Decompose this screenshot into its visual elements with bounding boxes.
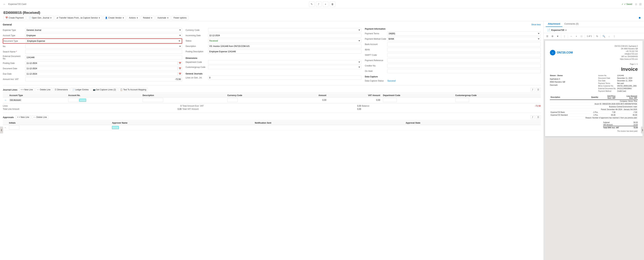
pdf-filename: Expense720 — [551, 29, 564, 31]
no-label: No. — [3, 45, 25, 48]
invoice-line-row-6: Expense720 Standard 1 Pcs. 65.00 65.00 — [550, 114, 638, 117]
transfer-values-button[interactable]: ⇄ Transfer Values From...ta Capture Serv… — [55, 16, 102, 20]
posting-date-picker[interactable]: 📅 — [178, 61, 182, 65]
delete-button[interactable]: 🗑 — [330, 2, 335, 7]
iban-input[interactable] — [387, 48, 541, 52]
lines-settings-button[interactable]: ☷ — [536, 88, 541, 92]
pdf-filter-btn[interactable]: ⚙ — [550, 34, 555, 39]
posting-description-label: Posting Description — [186, 50, 208, 53]
status-select[interactable]: Received — [208, 39, 362, 43]
scroll-edge-left[interactable]: ❮ — [0, 127, 3, 133]
approvals-delete-line-button[interactable]: − - Delete Line — [32, 115, 48, 119]
invoice-price-1: 7.00 — [599, 111, 616, 114]
create-vendor-button[interactable]: 👤 Create Vendor ▼ — [103, 16, 126, 20]
amount-incl-vat-input[interactable] — [25, 77, 182, 81]
show-less-button[interactable]: Show less — [531, 23, 541, 26]
pdf-separator-2 — [568, 35, 568, 38]
pdf-download-btn[interactable]: ↓ — [607, 34, 611, 39]
tab-attachment[interactable]: Attachment — [546, 21, 562, 27]
external-doc-input[interactable] — [25, 55, 182, 60]
expense-type-select[interactable]: General Journal — [25, 28, 182, 32]
description-input[interactable] — [208, 44, 362, 48]
maximize-button[interactable]: ⬜ — [638, 3, 642, 6]
account-type-select[interactable]: Employee — [25, 34, 182, 38]
account-no-input[interactable] — [68, 98, 78, 102]
invoice-bill-to-city: 8960 Randers SØ — [550, 81, 565, 83]
lines-on-gen-jnl-input[interactable] — [208, 76, 362, 80]
data-capture-status-value: Success! — [387, 80, 396, 82]
department-code-select[interactable] — [208, 60, 362, 64]
row-description-input[interactable] — [142, 98, 163, 102]
approvals-initials-cell — [8, 125, 110, 130]
no-select[interactable] — [25, 44, 182, 49]
payment-method-select[interactable]: BANK — [387, 37, 541, 41]
invoice-bc-text: Business Central Environment: main — [550, 105, 638, 108]
currency-code-select[interactable] — [208, 28, 362, 32]
open-gen-journal-button[interactable]: 📄 Open Gen. Journal ▼ — [27, 16, 54, 20]
row-cg-input[interactable] — [455, 98, 469, 102]
pdf-zoom-in-btn[interactable]: + — [574, 34, 578, 39]
breadcrumb: Expense720 Card — [8, 3, 26, 5]
creditor-no-label: Creditor No. — [365, 65, 387, 67]
add-button[interactable]: + — [323, 2, 328, 7]
pdf-page-indicator: 1 of 1 — [586, 35, 593, 37]
pdf-name-button[interactable]: 📄 Expense720 ▼ — [546, 28, 568, 32]
pdf-zoom-out-btn[interactable]: − — [569, 34, 574, 39]
external-doc-value2: 241211145033843 — [617, 87, 638, 90]
due-date-picker[interactable]: 📅 — [178, 72, 182, 76]
ledger-entries-button[interactable]: 📄 Ledger Entries — [70, 88, 90, 92]
scroll-edge-right[interactable]: ❯ — [641, 127, 644, 133]
document-type-select[interactable]: Employee Expense — [26, 39, 182, 43]
pdf-viewer[interactable]: O ON720.COM ON720.COM A/S, Egehøjvej 3 D… — [544, 39, 644, 260]
row-currency-input[interactable] — [227, 98, 238, 102]
creditor-no-input[interactable] — [387, 64, 541, 68]
incoming-date-input[interactable] — [208, 34, 362, 38]
approvals-settings-button[interactable]: ☷ — [536, 115, 541, 119]
tab-comments[interactable]: Comments (0) — [562, 21, 581, 27]
document-date-input[interactable] — [25, 67, 178, 71]
company-vat: VAT-no: DK43484435 — [614, 55, 638, 58]
pdf-search-btn[interactable]: 🔍 — [602, 34, 606, 39]
fewer-options-button[interactable]: Fewer options — [172, 16, 188, 20]
pdf-rotate-btn[interactable]: ↻ — [595, 34, 599, 39]
pdf-more-btn[interactable]: ⋮ — [612, 34, 616, 39]
pdf-filter2-btn[interactable]: ▼ — [556, 34, 560, 39]
create-payment-button[interactable]: 📅 Create Payment — [4, 16, 26, 20]
bank-account-input[interactable] — [387, 42, 541, 46]
due-date-input[interactable] — [25, 72, 178, 76]
swift-input[interactable] — [387, 53, 541, 57]
pdf-fit-page-btn[interactable]: □ — [579, 34, 584, 39]
minimize-button[interactable]: ◻ — [634, 3, 638, 6]
lines-share-button[interactable]: ⤴ — [530, 88, 535, 92]
new-line-button[interactable]: + + New Line — [19, 88, 34, 92]
pdf-settings-btn[interactable]: ⋮ — [562, 34, 567, 39]
actions-button[interactable]: Actions ▼ — [127, 16, 140, 20]
get-capture-lines-button[interactable]: 📷 Get Capture Lines (2) — [91, 88, 118, 92]
posting-date-input[interactable] — [25, 61, 178, 65]
payment-terms-select[interactable]: 1M(80) — [387, 32, 541, 36]
search-name-input[interactable] — [25, 50, 182, 54]
share-button[interactable]: ⤴ — [316, 2, 322, 7]
automate-button[interactable]: Automate ▼ — [156, 16, 170, 20]
delete-line-button[interactable]: − - Delete Line — [36, 88, 52, 92]
row-dept-input[interactable] — [383, 98, 397, 102]
on-hold-input[interactable] — [387, 69, 541, 73]
document-date-picker[interactable]: 📅 — [178, 67, 182, 71]
invoice-col-line-amount: Line AmountExcl. VAT — [616, 95, 638, 100]
approvals-share-button[interactable]: ⤴ — [530, 115, 535, 119]
approvals-new-line-button[interactable]: + + New Line — [16, 115, 31, 119]
payment-ref-input[interactable] — [387, 58, 541, 63]
pdf-list-btn[interactable]: ☰ — [545, 34, 550, 39]
approvals-initials-input[interactable] — [9, 126, 19, 130]
chevron-down-icon4: ▼ — [136, 17, 138, 19]
posting-description-input[interactable] — [208, 50, 362, 54]
related-button[interactable]: Related ▼ — [141, 16, 154, 20]
text-to-account-button[interactable]: 📋 Text To Account Mapping — [118, 88, 148, 92]
dimensions-button[interactable]: ☷ Dimensions — [53, 88, 70, 92]
customergroup-code-row: Customergroup Code — [186, 65, 362, 70]
back-button[interactable]: ← — [2, 2, 7, 7]
customergroup-code-select[interactable] — [208, 65, 362, 69]
edit-button[interactable]: ✎ — [309, 2, 314, 7]
payment-method-label: Payment Method Code — [365, 38, 387, 40]
invoice-product-2: Expense720 Standard — [550, 114, 584, 117]
